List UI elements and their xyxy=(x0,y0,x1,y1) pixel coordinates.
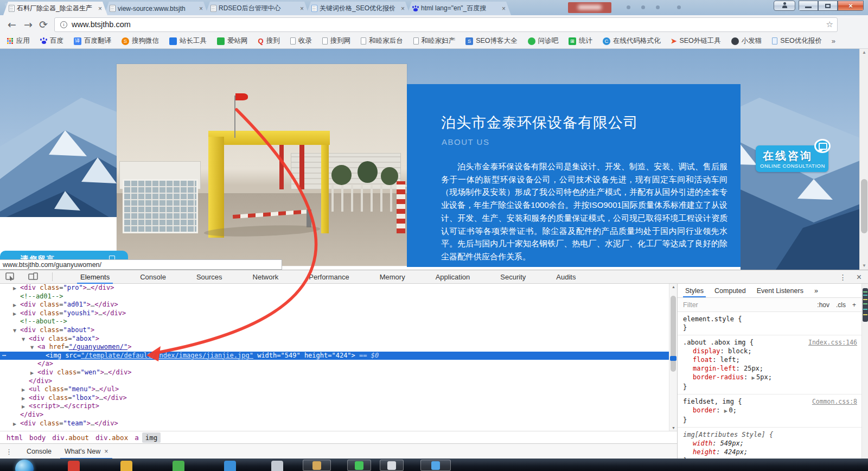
styles-pane-tab[interactable]: Computed xyxy=(709,284,751,297)
drawer-tab[interactable]: Console xyxy=(20,444,58,459)
device-toolbar-icon[interactable] xyxy=(28,272,38,281)
dom-node[interactable]: </div> xyxy=(0,411,677,419)
devtools-tab-console[interactable]: Console xyxy=(125,270,181,284)
stylesheet-link[interactable]: Index.css:146 xyxy=(808,338,857,347)
devtools-tab-network[interactable]: Network xyxy=(238,270,294,284)
dom-node[interactable]: ▶<ul class="menu">…</ul> xyxy=(0,385,677,394)
css-property[interactable]: margin-left: 25px; xyxy=(683,364,857,373)
dom-node[interactable]: ▼<div class="about"> xyxy=(0,326,677,335)
breadcrumb-item[interactable]: body xyxy=(26,432,49,443)
tab-close-icon[interactable]: × xyxy=(198,5,204,12)
taskbar-app-gold[interactable] xyxy=(120,461,132,471)
devtools-tab-security[interactable]: Security xyxy=(485,270,541,284)
bookmark-item[interactable]: 站长工具 xyxy=(167,35,209,47)
taskbar-app-blue[interactable] xyxy=(224,461,236,471)
styles-filter-control[interactable]: + xyxy=(852,301,856,309)
drawer-tab-close-icon[interactable]: × xyxy=(104,448,108,455)
breadcrumb-item[interactable]: img xyxy=(142,432,161,443)
start-orb[interactable] xyxy=(15,460,34,471)
dom-node[interactable]: ▶<div class="pro">…</div> xyxy=(0,284,677,292)
profile-button[interactable] xyxy=(774,1,795,11)
devtools-tab-sources[interactable]: Sources xyxy=(181,270,238,284)
bookmark-item[interactable]: 译百度翻译 xyxy=(71,35,114,47)
bookmark-item[interactable]: C在线代码格式化 xyxy=(600,35,663,47)
dom-node[interactable]: ▶<div class="wen">…</div> xyxy=(0,368,677,377)
devtools-outer-scrollbar[interactable] xyxy=(861,284,868,459)
taskbar-pinned-green[interactable] xyxy=(347,460,371,471)
taskbar-pinned-tan[interactable] xyxy=(303,460,331,471)
css-property[interactable]: border: ▶ 0; xyxy=(683,406,857,416)
bookmark-item[interactable]: ➤SEO外链工具 xyxy=(668,35,724,47)
bookmark-item[interactable]: S搜狗微信 xyxy=(119,35,162,47)
bookmark-star-icon[interactable]: ☆ xyxy=(826,20,833,29)
tab-close-icon[interactable]: × xyxy=(501,5,507,12)
bookmark-item[interactable]: 和睦家后台 xyxy=(358,35,406,47)
scroll-down-icon[interactable]: ▼ xyxy=(669,426,678,430)
inspect-icon[interactable] xyxy=(5,272,15,281)
tab-close-icon[interactable]: × xyxy=(400,5,406,12)
node-menu-icon[interactable]: … xyxy=(2,350,7,359)
dom-node[interactable]: </div> xyxy=(0,377,677,386)
css-rule[interactable]: Index.css:146.about .abox img {display: … xyxy=(678,335,861,394)
bookmark-item[interactable]: SSEO博客大全 xyxy=(463,35,520,47)
tab-close-icon[interactable]: × xyxy=(97,5,103,12)
bookmark-item[interactable]: Q搜到 xyxy=(256,35,283,47)
scroll-up-icon[interactable]: ▲ xyxy=(860,49,868,56)
bookmark-item[interactable]: 应用 xyxy=(4,35,33,47)
taskbar-pinned-blue[interactable] xyxy=(420,460,451,471)
dom-node[interactable]: ▶<div class="lbox">…</div> xyxy=(0,394,677,403)
css-rule[interactable]: Common.css:8fieldset, img {border: ▶ 0;} xyxy=(678,394,861,428)
devtools-tab-performance[interactable]: Performance xyxy=(293,270,364,284)
back-button[interactable]: ← xyxy=(4,17,20,32)
expand-arrow-icon[interactable]: ▶ xyxy=(724,409,729,413)
css-property[interactable]: border-radius: ▶ 5px; xyxy=(683,373,857,383)
maximize-button[interactable] xyxy=(818,1,838,11)
bookmark-item[interactable]: 和睦家妇产 xyxy=(411,35,458,47)
styles-pane-tab[interactable]: » xyxy=(809,284,824,297)
css-property[interactable]: height: 424px; xyxy=(683,448,857,456)
breadcrumb-item[interactable]: div.about xyxy=(49,432,92,443)
drawer-tab[interactable]: What's New× xyxy=(58,444,115,459)
styles-pane-tab[interactable]: Styles xyxy=(680,284,709,297)
expand-arrow-icon[interactable]: ▶ xyxy=(751,375,756,380)
styles-pane-tab[interactable]: Event Listeners xyxy=(751,284,809,297)
devtools-close-icon[interactable]: × xyxy=(857,272,861,282)
minimize-button[interactable] xyxy=(799,1,818,11)
css-property[interactable]: display: block; xyxy=(683,347,857,355)
browser-tab[interactable]: RDSEO后台管理中心× xyxy=(205,2,309,15)
css-property[interactable]: width: 549px; xyxy=(683,439,857,448)
dom-node[interactable]: </a> xyxy=(0,360,677,368)
company-photo[interactable] xyxy=(117,64,407,266)
tab-close-icon[interactable]: × xyxy=(299,5,305,12)
bookmarks-overflow-icon[interactable]: » xyxy=(832,37,835,45)
devtools-tab-audits[interactable]: Audits xyxy=(541,270,591,284)
browser-tab[interactable]: view-source:www.btsjth× xyxy=(104,2,208,15)
filter-input[interactable]: Filter xyxy=(678,301,698,309)
page-info-icon[interactable]: i xyxy=(60,21,67,28)
bookmark-item[interactable]: 小发猫 xyxy=(729,35,765,47)
devtools-tab-memory[interactable]: Memory xyxy=(365,270,420,284)
scroll-down-icon[interactable]: ▼ xyxy=(860,262,868,270)
styles-filter-control[interactable]: :hov xyxy=(817,301,829,309)
bookmark-item[interactable]: 收录 xyxy=(288,35,315,47)
online-consultation-button[interactable]: 在线咨询 ONLINE CONSULTATION xyxy=(756,145,828,172)
dom-node[interactable]: <!--about--> xyxy=(0,317,677,326)
promo-button[interactable] xyxy=(568,2,611,13)
bookmark-item[interactable]: 问诊吧 xyxy=(525,35,561,47)
browser-tab[interactable]: 石料厂除尘器_除尘器生产× xyxy=(3,2,107,15)
bookmark-item[interactable]: 搜到网 xyxy=(320,35,354,47)
page-scrollbar-thumb[interactable] xyxy=(861,179,867,233)
browser-tab[interactable]: 关键词价格_SEO优化报价× xyxy=(306,2,410,15)
close-button[interactable]: × xyxy=(838,1,864,11)
dom-node[interactable]: ▶<div class="team">…</div> xyxy=(0,419,677,428)
address-bar[interactable]: i www.btsjthb.com xyxy=(54,17,838,32)
dom-node[interactable]: ▼<a href="/guanyuwomen/"> xyxy=(0,343,677,352)
devtools-tab-elements[interactable]: Elements xyxy=(65,270,125,284)
reload-button[interactable]: ⟳ xyxy=(36,17,51,32)
bookmark-item[interactable]: ⊞统计 xyxy=(566,35,595,47)
stylesheet-link[interactable]: Common.css:8 xyxy=(812,397,857,406)
css-property[interactable]: float: left; xyxy=(683,355,857,364)
bookmark-item[interactable]: 爱站网 xyxy=(214,35,251,47)
dom-node[interactable]: ▼<div class="abox"> xyxy=(0,335,677,343)
scroll-up-icon[interactable]: ▲ xyxy=(669,285,678,289)
